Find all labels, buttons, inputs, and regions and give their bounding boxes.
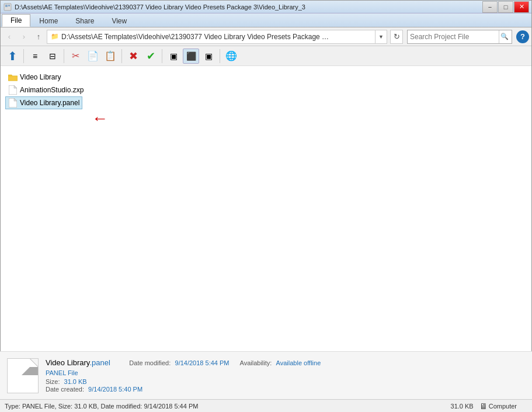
search-icon[interactable]: 🔍: [499, 30, 509, 43]
tab-file[interactable]: File: [2, 14, 30, 27]
cut-icon[interactable]: ✂: [67, 49, 84, 64]
size-indicator: 31.0 KB: [451, 403, 474, 410]
tab-share[interactable]: Share: [67, 14, 103, 27]
help-button[interactable]: ?: [516, 30, 529, 43]
file-area: Video Library AnimationStudio.zxp Video …: [1, 66, 531, 352]
svg-marker-5: [14, 85, 17, 88]
title-text: D:\Assets\AE Templates\Videohive\2139037…: [15, 4, 482, 11]
copy-icon[interactable]: 📄: [85, 49, 101, 64]
pane-center-icon[interactable]: ⬛: [183, 49, 199, 64]
svg-rect-2: [8, 5, 10, 6]
preview-created-row: Date created: 9/14/2018 5:40 PM: [46, 386, 525, 393]
list-item[interactable]: Video Library.panel: [5, 96, 82, 109]
back-button[interactable]: ‹: [3, 30, 16, 43]
tab-view[interactable]: View: [103, 14, 135, 27]
address-bar-row: ‹ › ↑ 📁 D:\Assets\AE Templates\Videohive…: [1, 27, 531, 46]
computer-label: Computer: [489, 403, 517, 410]
computer-button[interactable]: 🖥 Computer: [479, 401, 517, 411]
forward-button[interactable]: ›: [18, 30, 30, 43]
restore-button[interactable]: □: [498, 1, 513, 13]
search-box: 🔍: [407, 30, 512, 44]
file-panel-name: Video Library.panel: [20, 99, 79, 107]
pane-right-icon[interactable]: ▣: [200, 49, 217, 64]
preview-filetype: PANEL File: [46, 369, 525, 376]
up-button[interactable]: ↑: [32, 30, 45, 43]
separator-1: [23, 49, 24, 63]
status-bar: Type: PANEL File, Size: 31.0 KB, Date mo…: [0, 399, 532, 412]
folder-name: Video Library: [20, 73, 61, 81]
toolbar-row: ⬆ ≡ ⊟ ✂ 📄 📋 ✖ ✔ ▣ ⬛ ▣ 🌐: [1, 46, 531, 66]
separator-2: [64, 49, 64, 63]
refresh-button[interactable]: ↻: [390, 30, 403, 44]
red-arrow-icon: ←: [92, 110, 108, 127]
file-zxp-icon: [8, 85, 18, 95]
preview-size-row: Size: 31.0 KB: [46, 378, 525, 385]
preview-filename: Video Library.panel Date modified: 9/14/…: [46, 358, 525, 367]
paste-icon[interactable]: 📋: [102, 49, 119, 64]
check-icon[interactable]: ✔: [142, 49, 159, 64]
svg-marker-7: [14, 98, 17, 101]
network-icon[interactable]: 🌐: [223, 49, 239, 64]
preview-file-icon: [7, 358, 39, 393]
preview-panel: Video Library.panel Date modified: 9/14/…: [0, 351, 532, 399]
upload-icon[interactable]: ⬆: [4, 49, 20, 64]
separator-4: [162, 49, 162, 63]
main-content: Video Library AnimationStudio.zxp Video …: [1, 66, 531, 352]
svg-marker-4: [9, 85, 17, 95]
search-input[interactable]: [410, 33, 499, 41]
pane-left-icon[interactable]: ▣: [165, 49, 182, 64]
computer-icon: 🖥: [479, 401, 488, 411]
title-bar: D:\Assets\AE Templates\Videohive\2139037…: [1, 1, 531, 13]
address-path: D:\Assets\AE Templates\Videohive\2139037…: [61, 33, 330, 41]
separator-5: [220, 49, 220, 63]
delete-icon[interactable]: ✖: [125, 49, 141, 64]
status-text: Type: PANEL File, Size: 31.0 KB, Date mo…: [5, 403, 198, 410]
minimize-button[interactable]: −: [482, 1, 498, 13]
list-item[interactable]: Video Library: [5, 71, 64, 84]
folder-icon: [8, 72, 18, 82]
close-button[interactable]: ✕: [514, 1, 529, 13]
list-item[interactable]: AnimationStudio.zxp: [5, 84, 86, 96]
svg-marker-6: [9, 98, 17, 108]
file-zxp-name: AnimationStudio.zxp: [20, 86, 84, 94]
tab-home[interactable]: Home: [30, 14, 67, 27]
preview-details: Video Library.panel Date modified: 9/14/…: [46, 358, 525, 393]
svg-rect-1: [5, 5, 8, 7]
status-bar-right: 31.0 KB 🖥 Computer: [451, 401, 527, 411]
ribbon-tabs: File Home Share View: [1, 13, 531, 27]
window-controls: − □ ✕: [482, 1, 529, 13]
app-icon: [3, 2, 12, 12]
view-list-icon[interactable]: ⊟: [44, 49, 61, 64]
address-dropdown[interactable]: ▼: [375, 30, 387, 43]
arrow-annotation: ←: [5, 110, 527, 127]
file-panel-icon: [8, 98, 18, 108]
separator-3: [121, 49, 122, 63]
view-details-icon[interactable]: ≡: [27, 49, 43, 64]
svg-rect-3: [8, 76, 18, 81]
